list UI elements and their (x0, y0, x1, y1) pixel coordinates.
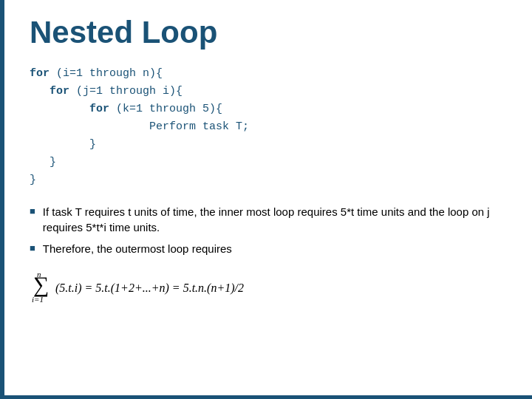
svg-text:i=1: i=1 (32, 295, 44, 304)
bullet-text-2: Therefore, the outermost loop requires (43, 241, 232, 256)
bottom-border-decoration (0, 395, 532, 399)
math-formula: ∑ i=1 n (5.t.i) = 5.t.(1+2+...+n) = 5.t.… (30, 265, 310, 311)
bullet-section: ■ If task T requires t units of time, th… (30, 204, 510, 256)
code-line-1: for (i=1 through n){ (30, 65, 510, 83)
svg-text:(5.t.i) = 5.t.(1+2+...+n) = 5.: (5.t.i) = 5.t.(1+2+...+n) = 5.t.n.(n+1)/… (55, 282, 244, 295)
slide-title: Nested Loop (30, 15, 510, 50)
bullet-item-2: ■ Therefore, the outermost loop requires (30, 241, 510, 256)
svg-text:∑: ∑ (33, 272, 49, 297)
bullet-marker-2: ■ (30, 242, 35, 253)
slide-container: Nested Loop for (i=1 through n){ for (j=… (0, 0, 532, 399)
math-block: ∑ i=1 n (5.t.i) = 5.t.(1+2+...+n) = 5.t.… (30, 265, 510, 311)
code-line-3: for (k=1 through 5){ (30, 100, 510, 118)
code-line-6: } (30, 154, 510, 171)
bullet-marker-1: ■ (30, 205, 35, 216)
code-block: for (i=1 through n){ for (j=1 through i)… (30, 65, 510, 189)
code-line-2: for (j=1 through i){ (30, 83, 510, 100)
code-line-5: } (30, 136, 510, 154)
code-line-4: Perform task T; (30, 118, 510, 136)
code-line-7: } (30, 171, 510, 189)
svg-text:n: n (37, 270, 41, 279)
left-border-decoration (0, 0, 4, 399)
bullet-text-1: If task T requires t units of time, the … (43, 204, 510, 235)
math-svg: ∑ i=1 n (5.t.i) = 5.t.(1+2+...+n) = 5.t.… (30, 268, 310, 305)
bullet-item-1: ■ If task T requires t units of time, th… (30, 204, 510, 235)
